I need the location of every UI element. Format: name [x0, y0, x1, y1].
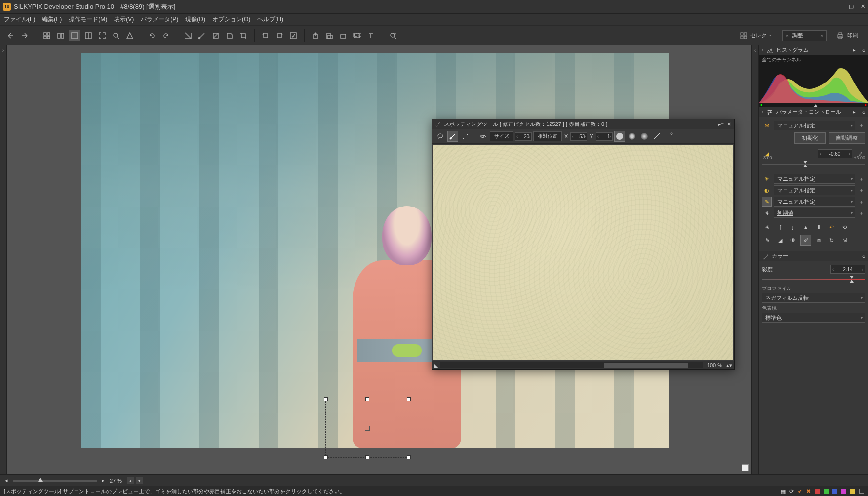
mode-dropdown[interactable]: 調整: [782, 30, 827, 41]
profile-dropdown[interactable]: ネガフィルム反転: [762, 293, 865, 303]
swatch-none[interactable]: [859, 489, 864, 494]
history-redo-icon[interactable]: [160, 30, 172, 41]
undo-icon[interactable]: [5, 30, 17, 41]
swatch-magenta[interactable]: [841, 489, 846, 494]
zoom-stepper-icon[interactable]: ▴▾: [726, 362, 734, 369]
check-box-icon[interactable]: [287, 30, 299, 41]
split-view-icon[interactable]: [82, 30, 94, 41]
handle-bm[interactable]: [365, 455, 369, 459]
sun-icon[interactable]: ☀: [762, 174, 772, 184]
color-rep-dropdown[interactable]: 標準色: [762, 313, 865, 323]
position-mode[interactable]: 相対位置: [533, 131, 562, 141]
rotate-left-icon[interactable]: [260, 30, 272, 41]
maximize-button[interactable]: ▢: [849, 3, 854, 10]
close-button[interactable]: ✕: [861, 3, 865, 10]
history-undo-icon[interactable]: [146, 30, 158, 41]
adj-eye-icon[interactable]: 👁: [788, 235, 798, 246]
icc-icon[interactable]: ICC: [351, 30, 363, 41]
export3-icon[interactable]: [337, 30, 349, 41]
x-value[interactable]: 53: [570, 132, 587, 141]
panel-menu-icon[interactable]: ▸≡: [718, 122, 724, 127]
swatch-blue[interactable]: [832, 489, 837, 494]
adj-levels-icon[interactable]: ⫿: [788, 222, 798, 233]
warning-icon[interactable]: [124, 30, 136, 41]
select-mode-button[interactable]: セレクト: [735, 30, 777, 41]
handle-bl[interactable]: [324, 455, 328, 459]
menu-param[interactable]: パラメータ(P): [141, 15, 178, 24]
brush-soft-icon[interactable]: [639, 131, 650, 142]
swatch-yellow[interactable]: [850, 489, 855, 494]
add-icon[interactable]: ＋: [857, 208, 865, 217]
gear-icon[interactable]: ✻: [762, 121, 772, 130]
ev-slider[interactable]: -3.00 +3.00: [762, 160, 865, 168]
status-check-icon[interactable]: ✔: [798, 488, 802, 495]
size-value[interactable]: 20: [515, 132, 532, 141]
panel-collapse-icon[interactable]: «: [862, 109, 865, 115]
zoom-slider[interactable]: [13, 480, 97, 482]
tone-icon[interactable]: ✎: [762, 197, 772, 207]
handle-tm[interactable]: [365, 397, 369, 401]
zoom-icon[interactable]: [110, 30, 122, 41]
grid-2x2-icon[interactable]: [41, 30, 53, 41]
adjust2-icon[interactable]: [196, 30, 208, 41]
panel-close-icon[interactable]: ✕: [727, 121, 731, 127]
handle-tr[interactable]: [407, 397, 411, 401]
dual-pane-icon[interactable]: [55, 30, 67, 41]
menu-develop[interactable]: 現像(D): [185, 15, 205, 24]
handle-br[interactable]: [407, 455, 411, 459]
minimize-button[interactable]: —: [836, 3, 842, 10]
contrast-dropdown[interactable]: マニュアル指定: [774, 185, 855, 195]
spotting-scrollbar[interactable]: [440, 362, 703, 368]
adj-rotate-icon[interactable]: ↻: [826, 235, 837, 246]
tool-eraser-icon[interactable]: [460, 131, 471, 142]
add-icon[interactable]: ＋: [857, 197, 865, 206]
brush-medium-icon[interactable]: [627, 131, 637, 142]
wand-icon[interactable]: [651, 131, 662, 142]
brush-hard-icon[interactable]: [614, 131, 625, 142]
fit-icon[interactable]: [96, 30, 108, 41]
saturation-value[interactable]: 2.14: [830, 265, 865, 274]
tone-dropdown[interactable]: マニュアル指定: [774, 197, 855, 207]
rotate-right-icon[interactable]: [274, 30, 285, 41]
contrast-icon[interactable]: ◐: [762, 185, 772, 195]
preset-dropdown[interactable]: 初期値: [774, 208, 855, 218]
adj-reset-icon[interactable]: ↶: [826, 222, 837, 233]
panel-collapse-icon[interactable]: «: [862, 47, 865, 53]
init-button[interactable]: 初期化: [794, 132, 826, 144]
handle-tl[interactable]: [324, 397, 328, 401]
y-value[interactable]: -1: [596, 132, 613, 141]
search-tool-icon[interactable]: [387, 30, 399, 41]
panel-opts-icon[interactable]: ▸≡: [853, 47, 859, 53]
menu-edit[interactable]: 編集(E): [42, 15, 62, 24]
adj-text-icon[interactable]: Ⅱ: [813, 222, 824, 233]
panel-opts-icon[interactable]: ▸≡: [853, 109, 859, 115]
zoom-stepper[interactable]: ▴▾: [127, 477, 143, 484]
visibility-icon[interactable]: [477, 131, 488, 142]
spotting-titlebar[interactable]: スポッティングツール [ 修正ピクセル数：12527 ] [ 赤目補正数：0 ]…: [432, 119, 734, 129]
menu-file[interactable]: ファイル(F): [4, 15, 35, 24]
adj-sharp-icon[interactable]: ▲: [800, 222, 811, 233]
param-header[interactable]: › パラメータ・コントロール ▸≡ «: [759, 107, 868, 117]
single-view-icon[interactable]: [69, 30, 80, 41]
print-button[interactable]: 印刷: [831, 30, 863, 41]
selection-box[interactable]: [325, 399, 409, 458]
tool-brush-icon[interactable]: [447, 131, 458, 142]
canvas-area[interactable]: スポッティングツール [ 修正ピクセル数：12527 ] [ 赤目補正数：0 ]…: [7, 45, 751, 474]
zoom-out-icon[interactable]: ◂: [5, 477, 8, 484]
adjust4-icon[interactable]: [224, 30, 236, 41]
status-x-icon[interactable]: ✖: [806, 488, 811, 495]
swatch-red[interactable]: [815, 489, 820, 494]
tool-lasso-icon[interactable]: [435, 131, 446, 142]
adjust3-icon[interactable]: [210, 30, 222, 41]
wb-dropdown[interactable]: マニュアル指定: [774, 174, 855, 184]
redo-icon[interactable]: [19, 30, 31, 41]
preview-corner-icon[interactable]: ◣: [432, 362, 438, 369]
right-gutter[interactable]: ‹: [751, 45, 758, 474]
saturation-slider[interactable]: [762, 275, 865, 283]
export1-icon[interactable]: [310, 30, 321, 41]
add-icon[interactable]: ＋: [857, 174, 865, 183]
adj-grad-icon[interactable]: ◢: [775, 235, 786, 246]
status-filter-icon[interactable]: ▦: [781, 488, 786, 495]
preset-icon[interactable]: ↯: [762, 208, 772, 218]
menu-option[interactable]: オプション(O): [212, 15, 250, 24]
